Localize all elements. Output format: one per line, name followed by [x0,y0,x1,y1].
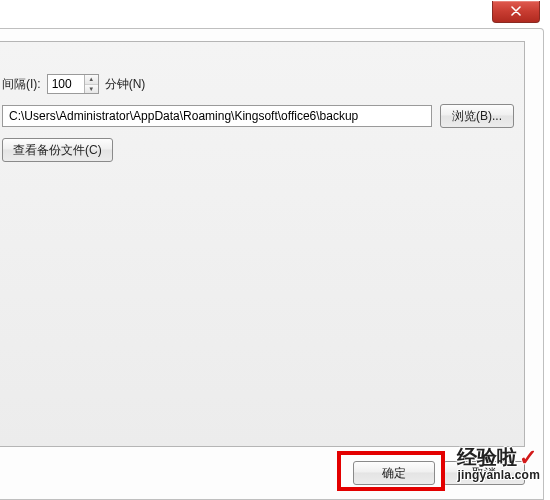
interval-input[interactable] [48,75,84,93]
settings-panel: 间隔(I): ▲ ▼ 分钟(N) 浏览(B)... 查看备份文件(C) [0,41,525,447]
spinner-buttons: ▲ ▼ [84,75,98,93]
interval-unit-label: 分钟(N) [105,76,146,93]
close-icon [511,5,521,19]
ok-button[interactable]: 确定 [353,461,435,485]
interval-row: 间隔(I): ▲ ▼ 分钟(N) [0,74,514,94]
view-backup-button[interactable]: 查看备份文件(C) [2,138,113,162]
browse-button[interactable]: 浏览(B)... [440,104,514,128]
path-row: 浏览(B)... [0,104,514,128]
interval-spinner[interactable]: ▲ ▼ [47,74,99,94]
backup-path-input[interactable] [2,105,432,127]
view-backup-row: 查看备份文件(C) [0,138,514,162]
window-frame: 间隔(I): ▲ ▼ 分钟(N) 浏览(B)... 查看备份文件(C) 确定 取… [0,28,544,500]
interval-label: 间隔(I): [2,76,41,93]
close-button[interactable] [492,1,540,23]
spinner-up-button[interactable]: ▲ [85,75,98,85]
spinner-down-button[interactable]: ▼ [85,85,98,94]
dialog-actions: 确定 取消 [353,461,525,485]
cancel-button[interactable]: 取消 [443,461,525,485]
